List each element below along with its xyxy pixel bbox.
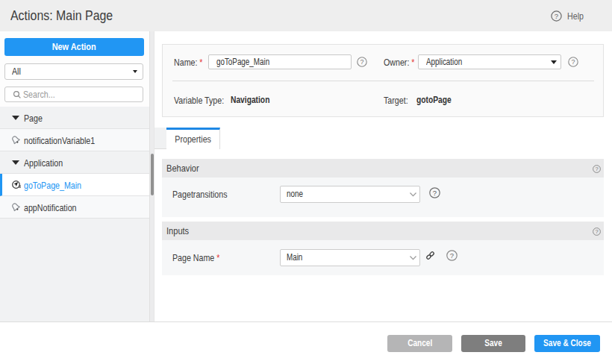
svg-text:?: ? <box>595 228 598 235</box>
svg-text:?: ? <box>450 251 454 260</box>
svg-text:?: ? <box>595 166 598 172</box>
svg-text:?: ? <box>360 58 363 66</box>
svg-text:?: ? <box>571 58 575 66</box>
svg-text:?: ? <box>555 12 558 20</box>
svg-text:?: ? <box>433 189 437 197</box>
